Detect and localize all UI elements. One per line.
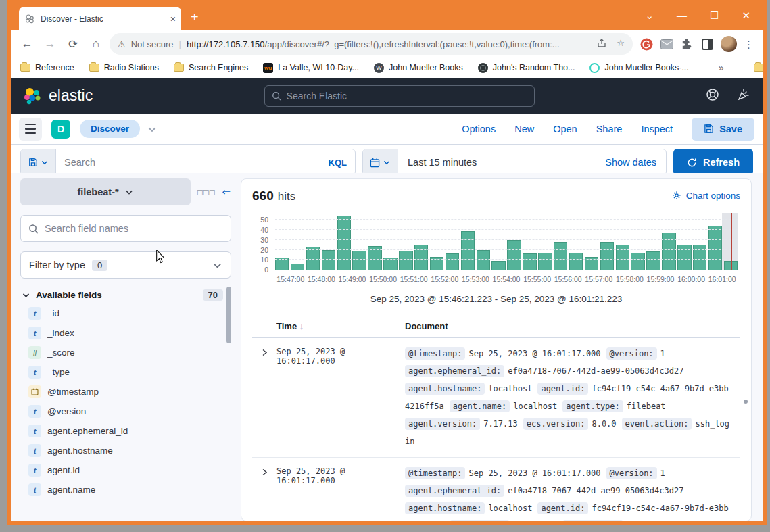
table-scrollbar[interactable]: [744, 400, 748, 404]
histogram-bar[interactable]: [399, 251, 412, 270]
search-query-input[interactable]: Search: [56, 149, 320, 175]
url-bar[interactable]: ⚠ Not secure | http://172.105.7.150/app/…: [110, 33, 633, 55]
sidebar-scrollbar[interactable]: [226, 287, 231, 343]
reader-extension-icon[interactable]: [700, 37, 714, 51]
extensions-puzzle-icon[interactable]: [680, 37, 694, 51]
bookmark-item[interactable]: Reference: [20, 63, 74, 73]
histogram-bar[interactable]: [662, 233, 675, 270]
histogram-bar[interactable]: [306, 247, 320, 270]
save-button[interactable]: Save: [692, 118, 754, 141]
elastic-logo[interactable]: elastic: [23, 87, 93, 105]
field-value: 7.17.13: [483, 419, 518, 429]
results-panel: 660 hits Chart options 01020304050 15:47…: [241, 178, 752, 521]
toolbar-link-options[interactable]: Options: [462, 124, 496, 135]
histogram-bar[interactable]: [538, 253, 552, 270]
index-pattern-selector[interactable]: filebeat-*: [20, 178, 191, 205]
home-icon[interactable]: ⌂: [87, 34, 105, 53]
table-row[interactable]: Sep 25, 2023 @ 16:01:17.000@timestamp:Se…: [252, 338, 740, 458]
field-search-input[interactable]: Search field names: [20, 215, 231, 242]
chrome-menu-icon[interactable]: ⋮: [744, 43, 753, 46]
share-icon[interactable]: [596, 38, 607, 51]
window-minimize-icon[interactable]: —: [677, 9, 687, 21]
back-icon[interactable]: ←: [18, 34, 37, 53]
bookmarks-overflow-icon[interactable]: »: [719, 62, 724, 73]
profile-avatar[interactable]: [721, 36, 737, 52]
announcements-icon[interactable]: [737, 88, 750, 104]
x-axis-tick: 15:56:00: [554, 275, 582, 283]
browser-tab[interactable]: Discover - Elastic ×: [19, 7, 181, 30]
histogram-bar[interactable]: [461, 231, 475, 270]
histogram-bar[interactable]: [322, 250, 335, 270]
field-item[interactable]: t@version: [20, 402, 231, 421]
available-fields-header[interactable]: Available fields 70: [20, 289, 231, 301]
histogram-bar[interactable]: [523, 253, 536, 270]
bookmark-item[interactable]: WJohn Mueller Books: [374, 63, 463, 73]
forward-icon[interactable]: →: [41, 34, 59, 53]
tab-close-icon[interactable]: ×: [170, 14, 176, 24]
index-options-icon[interactable]: □□□: [197, 187, 216, 197]
window-maximize-icon[interactable]: ☐: [710, 9, 719, 22]
field-item[interactable]: @timestamp: [20, 382, 231, 402]
histogram-bar[interactable]: [600, 242, 614, 270]
field-item[interactable]: tagent.name: [20, 480, 231, 500]
field-item[interactable]: tagent.hostname: [20, 441, 231, 460]
window-menu-icon[interactable]: ⌄: [645, 9, 654, 22]
help-icon[interactable]: [706, 88, 719, 104]
bookmark-item[interactable]: John's Random Tho...: [478, 63, 575, 73]
toolbar-link-share[interactable]: Share: [596, 124, 623, 135]
query-language-button[interactable]: KQL: [320, 149, 355, 175]
histogram-bar[interactable]: [631, 253, 644, 270]
sort-descending-icon: ↓: [299, 321, 304, 331]
new-tab-button[interactable]: +: [191, 9, 199, 25]
refresh-button[interactable]: Refresh: [673, 149, 753, 176]
date-picker-menu-button[interactable]: [363, 149, 398, 175]
breadcrumb[interactable]: Discover: [80, 120, 140, 138]
x-axis-tick: 15:57:00: [585, 275, 612, 283]
expand-row-icon[interactable]: [252, 345, 276, 450]
show-dates-button[interactable]: Show dates: [596, 149, 666, 175]
saved-query-menu-button[interactable]: [21, 149, 56, 175]
histogram-bar[interactable]: [569, 253, 583, 270]
toolbar-link-inspect[interactable]: Inspect: [641, 124, 673, 135]
histogram-bar[interactable]: [646, 251, 660, 270]
chevron-down-icon[interactable]: [147, 124, 158, 135]
bookmark-item[interactable]: Radio Stations: [89, 63, 159, 73]
time-range-value[interactable]: Last 15 minutes: [398, 149, 596, 175]
space-avatar[interactable]: D: [51, 120, 70, 139]
bookmark-item[interactable]: wuLa Valle, WI 10-Day...: [263, 63, 359, 73]
histogram-bar[interactable]: [477, 250, 490, 270]
field-item[interactable]: tagent.id: [20, 460, 231, 480]
column-time[interactable]: Time ↓: [252, 321, 405, 331]
expand-row-icon[interactable]: [252, 464, 276, 521]
toolbar-link-new[interactable]: New: [514, 124, 534, 135]
histogram-bar[interactable]: [507, 240, 521, 270]
mail-extension-icon[interactable]: [660, 37, 673, 51]
histogram-bar[interactable]: [352, 251, 366, 270]
histogram-bar[interactable]: [446, 253, 459, 270]
histogram-bar[interactable]: [708, 226, 722, 270]
histogram-bar[interactable]: [291, 264, 304, 270]
histogram-bar[interactable]: [337, 216, 351, 270]
window-close-icon[interactable]: ✕: [742, 9, 750, 22]
filter-by-type-select[interactable]: Filter by type 0: [20, 251, 231, 279]
field-item[interactable]: t_index: [20, 323, 231, 343]
bookmark-label: John Mueller Books-...: [604, 63, 688, 72]
reload-icon[interactable]: ⟳: [64, 34, 82, 53]
collapse-sidebar-icon[interactable]: ⇐: [222, 186, 231, 198]
elastic-search-input[interactable]: Search Elastic: [264, 85, 535, 107]
menu-hamburger-icon[interactable]: [19, 118, 42, 141]
field-item[interactable]: t_id: [20, 304, 231, 323]
all-bookmarks-button[interactable]: All Bookmarks: [754, 63, 767, 72]
field-item[interactable]: t_type: [20, 362, 231, 382]
grammarly-extension-icon[interactable]: [640, 37, 653, 51]
toolbar-link-open[interactable]: Open: [553, 124, 577, 135]
table-row[interactable]: Sep 25, 2023 @ 16:01:17.000@timestamp:Se…: [252, 458, 740, 521]
field-item[interactable]: tagent.ephemeral_id: [20, 421, 231, 441]
histogram-bar[interactable]: [554, 242, 567, 270]
histogram-bar[interactable]: [491, 261, 505, 270]
bookmark-item[interactable]: John Mueller Books-...: [589, 63, 688, 73]
field-item[interactable]: #_score: [20, 343, 231, 362]
bookmark-item[interactable]: Search Engines: [174, 63, 248, 73]
bookmark-star-icon[interactable]: ☆: [617, 38, 625, 51]
chart-options-button[interactable]: Chart options: [672, 191, 740, 201]
